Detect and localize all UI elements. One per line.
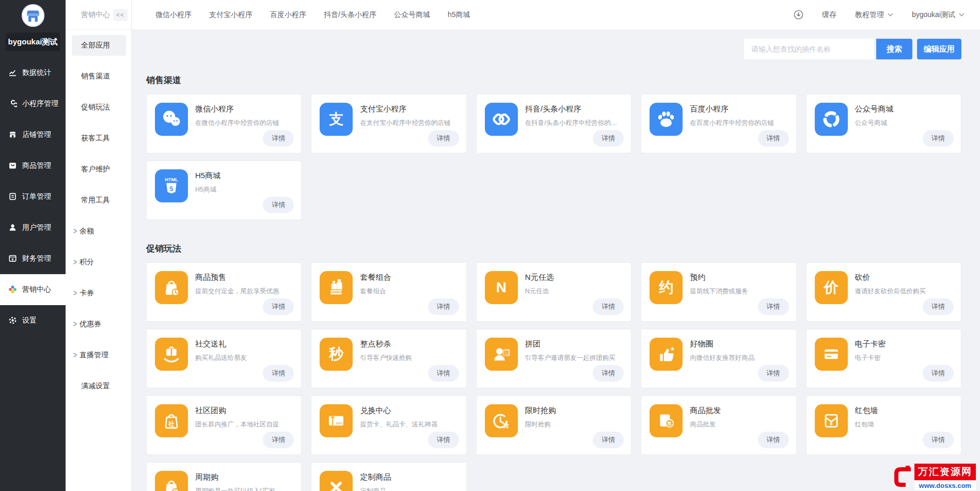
collapse-sidebar-button[interactable]: << (113, 9, 128, 21)
search-button[interactable]: 搜索 (876, 39, 912, 59)
channel-tab[interactable]: 抖音/头条小程序 (324, 10, 376, 20)
app-card[interactable]: 秒整点秒杀引导客户快速抢购详情 (311, 329, 466, 388)
account-menu[interactable]: bygoukai测试 (912, 10, 965, 20)
sidebar-item-settings[interactable]: 设置 (0, 305, 66, 336)
channel-tab[interactable]: 百度小程序 (270, 10, 306, 20)
app-card-title: 套餐组合 (360, 273, 459, 282)
detail-button[interactable]: 详情 (923, 298, 954, 315)
detail-button[interactable]: 详情 (263, 432, 294, 448)
app-card[interactable]: 微信小程序在微信小程序中经营你的店铺详情 (146, 94, 302, 153)
detail-button[interactable]: 详情 (593, 298, 624, 315)
app-card[interactable]: 抖音/头条小程序在抖音/头条小程序中经营你的…详情 (476, 94, 631, 153)
channel-tab[interactable]: h5商城 (448, 10, 470, 20)
app-card-desc: 提货卡、礼品卡、送礼神器 (360, 420, 459, 429)
app-card[interactable]: ¥红包墙红包墙详情 (806, 395, 961, 455)
app-card[interactable]: combo套餐组合套餐组合详情 (311, 262, 466, 322)
channel-tab[interactable]: 公众号商城 (394, 10, 430, 20)
sidebar-item-order[interactable]: 订单管理 (0, 181, 66, 212)
sub-sidebar-item[interactable]: 客户维护 (66, 154, 131, 185)
app-card[interactable]: 电子卡密电子卡密详情 (806, 329, 961, 388)
sub-sidebar-item[interactable]: 满减设置 (66, 371, 131, 402)
sub-sidebar-item[interactable]: 全部应用 (72, 35, 126, 56)
sub-sidebar-item[interactable]: >直播管理 (66, 340, 131, 371)
wholesale-icon: 批 (650, 404, 683, 437)
cache-button[interactable]: 缓存 (822, 10, 836, 20)
app-card[interactable]: 拼拼团引导客户邀请朋友一起拼团购买详情 (476, 329, 631, 388)
app-card[interactable]: 批商品批发商品批发详情 (641, 395, 796, 455)
sub-sidebar-item[interactable]: 销售渠道 (66, 61, 131, 92)
detail-button[interactable]: 详情 (758, 298, 789, 315)
sub-sidebar-item[interactable]: >卡券 (66, 278, 131, 309)
order-icon (8, 192, 17, 201)
app-card-desc: 提前线下消费或服务 (690, 287, 788, 296)
app-card-title: 抖音/头条小程序 (525, 104, 624, 114)
app-card-title: 公众号商城 (855, 104, 954, 114)
chevron-right-icon: > (73, 320, 77, 329)
app-card[interactable]: 社社区团购团长群内推广，本地社区自提详情 (146, 395, 302, 455)
sub-sidebar-item[interactable]: 促销玩法 (66, 92, 131, 123)
app-card[interactable]: 支支付宝小程序在支付宝小程序中经营你的店铺详情 (311, 94, 466, 153)
channel-tab[interactable]: 微信小程序 (155, 10, 192, 20)
detail-button[interactable]: 详情 (923, 432, 954, 448)
sidebar-item-stats[interactable]: 数据统计 (0, 57, 66, 88)
detail-button[interactable]: 详情 (593, 130, 624, 147)
detail-button[interactable]: 详情 (428, 298, 459, 315)
app-card[interactable]: 定制商品定制商品详情 (311, 462, 466, 491)
watermark-url: www.dosxs.com (914, 481, 976, 490)
detail-button[interactable]: 详情 (593, 365, 624, 382)
app-card[interactable]: 抢限时抢购限时抢购详情 (476, 395, 631, 455)
groupbuy-icon: 拼 (485, 338, 518, 371)
channel-tab[interactable]: 支付宝小程序 (209, 10, 252, 20)
sub-sidebar-item[interactable]: >优惠券 (66, 309, 131, 340)
detail-button[interactable]: 详情 (263, 298, 294, 315)
sub-sidebar-item[interactable]: >余额 (66, 216, 131, 247)
app-card[interactable]: 百度小程序在百度小程序中经营你的店铺详情 (641, 94, 796, 153)
alipay-icon: 支 (320, 103, 353, 136)
detail-button[interactable]: 详情 (593, 432, 624, 448)
search-input[interactable] (744, 39, 874, 59)
edit-apps-button[interactable]: 编辑应用 (917, 39, 961, 59)
app-card-title: 拼团 (525, 339, 624, 349)
sub-sidebar-item[interactable]: 常用工具 (66, 185, 131, 216)
detail-button[interactable]: 详情 (428, 130, 459, 147)
sub-sidebar-item-label: 积分 (80, 258, 94, 267)
detail-button[interactable]: 详情 (263, 365, 294, 382)
sidebar-item-shop[interactable]: 店铺管理 (0, 119, 66, 150)
sub-sidebar-item[interactable]: >积分 (66, 247, 131, 278)
detail-button[interactable]: 详情 (263, 197, 294, 213)
app-card[interactable]: HTML5H5商城H5商城详情 (146, 161, 302, 220)
tutorial-menu[interactable]: 教程管理 (855, 10, 893, 20)
app-card[interactable]: 商品预售提前交付定金，尾款享受优惠详情 (146, 262, 302, 322)
detail-button[interactable]: 详情 (758, 130, 789, 147)
detail-button[interactable]: 详情 (758, 365, 789, 382)
html5-icon: HTML5 (155, 169, 188, 202)
detail-button[interactable]: 详情 (263, 130, 294, 147)
sidebar-item-marketing[interactable]: 营销中心 (0, 274, 66, 305)
sidebar-item-finance[interactable]: ¥财务管理 (0, 243, 66, 274)
app-card[interactable]: 约预约提前线下消费或服务详情 (641, 262, 796, 322)
detail-button[interactable]: 详情 (758, 432, 789, 448)
app-card[interactable]: 公众号商城公众号商城详情 (806, 94, 961, 153)
app-card-desc: 电子卡密 (855, 354, 954, 362)
watermark-logo-icon (892, 465, 914, 489)
download-icon[interactable] (794, 10, 803, 20)
app-card[interactable]: 价砍价邀请好友砍价后低价购买详情 (806, 262, 961, 322)
douyin-icon (485, 103, 518, 136)
sidebar-item-goods[interactable]: 商品管理 (0, 150, 66, 181)
detail-button[interactable]: 详情 (923, 365, 954, 382)
app-card[interactable]: GIFT兑换中心提货卡、礼品卡、送礼神器详情 (311, 395, 466, 455)
app-card[interactable]: NN元任选N元任选详情 (476, 262, 631, 322)
sidebar-item-miniapp[interactable]: 小程序管理 (0, 88, 66, 119)
sidebar-item-user[interactable]: 用户管理 (0, 212, 66, 243)
app-card-title: 社区团购 (195, 406, 294, 416)
detail-button[interactable]: 详情 (428, 432, 459, 448)
app-card[interactable]: 社交送礼购买礼品送给朋友详情 (146, 329, 302, 388)
app-card-title: 预约 (690, 273, 788, 282)
detail-button[interactable]: 详情 (428, 365, 459, 382)
shop-icon (8, 130, 17, 139)
sub-sidebar-item[interactable]: 获客工具 (66, 123, 131, 154)
app-card[interactable]: 周期购周期购是一款可以切入“买家…详情 (146, 462, 302, 491)
app-card[interactable]: ★好物圈向微信好友推荐好商品详情 (641, 329, 796, 388)
svg-text:HTML: HTML (165, 177, 178, 182)
detail-button[interactable]: 详情 (923, 130, 954, 147)
